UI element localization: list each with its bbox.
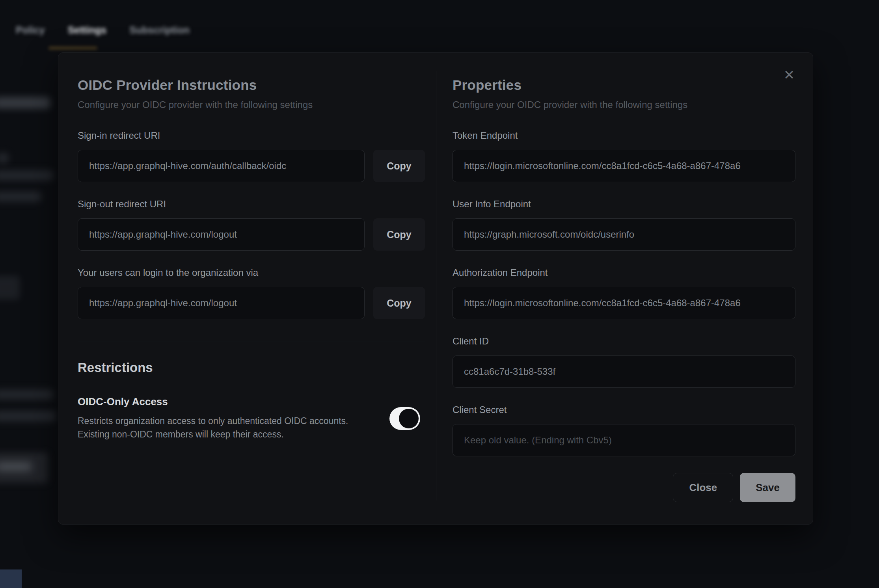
background-blur-button-label	[0, 463, 32, 471]
restrictions-divider	[78, 342, 425, 342]
background-blur-fragment	[0, 170, 54, 180]
token-endpoint-label: Token Endpoint	[453, 130, 795, 141]
background-blur-fragment	[0, 389, 54, 400]
background-blur-fragment	[0, 411, 56, 422]
signout-redirect-input[interactable]	[78, 218, 365, 251]
authorization-endpoint-field: Authorization Endpoint	[453, 267, 795, 319]
signin-redirect-label: Sign-in redirect URI	[78, 130, 425, 141]
client-id-input[interactable]	[453, 355, 795, 388]
signin-redirect-input[interactable]	[78, 150, 365, 182]
corner-artifact	[0, 569, 22, 588]
oidc-only-access-label: OIDC-Only Access	[78, 396, 348, 408]
background-blur-fragment	[0, 153, 9, 163]
login-via-input[interactable]	[78, 287, 365, 319]
close-button[interactable]: Close	[673, 473, 733, 502]
oidc-settings-dialog: ✕ OIDC Provider Instructions Configure y…	[58, 52, 813, 525]
authorization-endpoint-label: Authorization Endpoint	[453, 267, 795, 278]
oidc-only-access-desc-line2: Existing non-OIDC members will keep thei…	[78, 428, 348, 441]
restrictions-title: Restrictions	[78, 360, 425, 375]
userinfo-endpoint-input[interactable]	[453, 218, 795, 251]
userinfo-endpoint-label: User Info Endpoint	[453, 199, 795, 210]
login-via-label: Your users can login to the organization…	[78, 267, 425, 278]
oidc-only-access-desc-line1: Restricts organization access to only au…	[78, 414, 348, 428]
copy-signout-button[interactable]: Copy	[373, 218, 425, 251]
background-blur-fragment	[0, 97, 50, 109]
active-tab-underline	[48, 47, 97, 50]
toggle-knob	[399, 409, 419, 428]
save-button[interactable]: Save	[740, 473, 795, 502]
background-blur-fragment	[0, 192, 41, 202]
instructions-column: OIDC Provider Instructions Configure you…	[78, 77, 425, 441]
client-secret-label: Client Secret	[453, 404, 795, 415]
authorization-endpoint-input[interactable]	[453, 287, 795, 319]
client-id-label: Client ID	[453, 336, 795, 347]
instructions-title: OIDC Provider Instructions	[78, 77, 425, 93]
properties-column: Properties Configure your OIDC provider …	[453, 77, 795, 502]
signout-redirect-label: Sign-out redirect URI	[78, 199, 425, 210]
signout-redirect-field: Sign-out redirect URI Copy	[78, 199, 425, 251]
oidc-only-access-row: OIDC-Only Access Restricts organization …	[78, 396, 425, 441]
page-tabs: Policy Settings Subscription	[16, 24, 190, 36]
userinfo-endpoint-field: User Info Endpoint	[453, 199, 795, 251]
dialog-actions: Close Save	[453, 473, 795, 502]
signin-redirect-field: Sign-in redirect URI Copy	[78, 130, 425, 182]
copy-signin-button[interactable]: Copy	[373, 150, 425, 182]
tab-settings[interactable]: Settings	[68, 24, 107, 36]
copy-login-via-button[interactable]: Copy	[373, 287, 425, 319]
properties-title: Properties	[453, 77, 795, 93]
tab-policy[interactable]: Policy	[16, 24, 45, 36]
client-secret-input[interactable]	[453, 424, 795, 456]
login-via-field: Your users can login to the organization…	[78, 267, 425, 319]
instructions-subtitle: Configure your OIDC provider with the fo…	[78, 99, 425, 110]
column-divider	[436, 71, 436, 501]
background-blur-button	[0, 452, 48, 483]
oidc-only-access-toggle[interactable]	[389, 407, 420, 430]
properties-subtitle: Configure your OIDC provider with the fo…	[453, 99, 795, 110]
tab-subscription[interactable]: Subscription	[129, 24, 190, 36]
background-blur-fragment	[0, 276, 20, 300]
client-secret-field: Client Secret	[453, 404, 795, 456]
client-id-field: Client ID	[453, 336, 795, 388]
token-endpoint-input[interactable]	[453, 150, 795, 182]
token-endpoint-field: Token Endpoint	[453, 130, 795, 182]
